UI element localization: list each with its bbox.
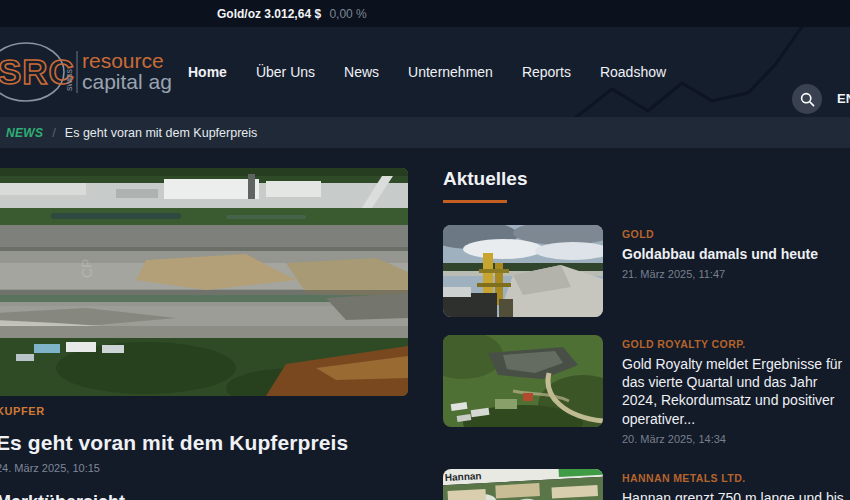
article-section-heading: Marktübersicht <box>0 492 408 500</box>
news-thumbnail-map: Hannan <box>443 469 603 500</box>
breadcrumb: NEWS / Es geht voran mit dem Kupferpreis <box>0 117 850 148</box>
news-category[interactable]: HANNAN METALS LTD. <box>622 472 850 484</box>
breadcrumb-section-link[interactable]: NEWS <box>6 126 43 140</box>
svg-text:CP: CP <box>79 259 95 278</box>
ticker-change: 0,00 % <box>329 7 366 21</box>
nav-item-reports[interactable]: Reports <box>522 64 571 80</box>
ticker-label: Gold/oz <box>217 7 261 21</box>
main-article: CP KUPFER Es geht voran mit dem Kupferpr… <box>0 168 408 500</box>
logo-line1: resource <box>82 49 164 72</box>
gold-price-ticker: Gold/oz 3.012,64 $ 0,00 % <box>217 7 367 21</box>
news-text: GOLD Goldabbau damals und heute 21. März… <box>622 225 850 317</box>
nav-item-unternehmen[interactable]: Unternehmen <box>408 64 493 80</box>
news-thumbnail-aerial-forest <box>443 335 603 427</box>
news-category[interactable]: GOLD ROYALTY CORP. <box>622 338 850 350</box>
company-logo[interactable]: SRC swiss resource capital ag <box>0 35 176 109</box>
news-sidebar: Aktuelles <box>443 168 850 500</box>
nav-item-home[interactable]: Home <box>188 64 227 80</box>
nav-item-roadshow[interactable]: Roadshow <box>600 64 666 80</box>
logo-vertical-text: swiss <box>64 69 74 91</box>
news-list-item[interactable]: Hannan HANNAN METALS LTD. Hannan gre <box>443 469 850 500</box>
news-category[interactable]: GOLD <box>622 228 850 240</box>
sidebar-heading: Aktuelles <box>443 168 850 190</box>
news-title[interactable]: Goldabbau damals und heute <box>622 245 850 263</box>
nav-item-news[interactable]: News <box>344 64 379 80</box>
site-header: SRC swiss resource capital ag Home Über … <box>0 27 850 117</box>
main-nav: Home Über Uns News Unternehmen Reports R… <box>188 27 666 117</box>
svg-text:Hannan: Hannan <box>445 470 482 483</box>
news-title[interactable]: Hannan grenzt 750 m lange und bis zu 192… <box>622 489 850 500</box>
news-list-item[interactable]: GOLD ROYALTY CORP. Gold Royalty meldet E… <box>443 335 850 445</box>
news-date: 21. März 2025, 11:47 <box>622 268 850 280</box>
article-category[interactable]: KUPFER <box>0 405 408 417</box>
news-title[interactable]: Gold Royalty meldet Ergebnisse für das v… <box>622 355 850 428</box>
news-thumbnail-gold-mine <box>443 225 603 317</box>
search-icon <box>800 92 815 107</box>
ticker-price: 3.012,64 $ <box>264 7 321 21</box>
news-text: HANNAN METALS LTD. Hannan grenzt 750 m l… <box>622 469 850 500</box>
article-hero-image: CP <box>0 168 408 396</box>
article-title: Es geht voran mit dem Kupferpreis <box>0 431 408 455</box>
breadcrumb-current: Es geht voran mit dem Kupferpreis <box>65 126 257 140</box>
sidebar-heading-underline <box>443 200 507 203</box>
news-list-item[interactable]: GOLD Goldabbau damals und heute 21. März… <box>443 225 850 317</box>
nav-item-ueber-uns[interactable]: Über Uns <box>256 64 315 80</box>
language-switch[interactable]: EN <box>837 91 850 106</box>
breadcrumb-separator: / <box>52 125 56 140</box>
article-date: 24. März 2025, 10:15 <box>0 462 408 474</box>
news-date: 20. März 2025, 14:34 <box>622 433 850 445</box>
search-button[interactable] <box>792 84 822 114</box>
ticker-bar: Gold/oz 3.012,64 $ 0,00 % <box>0 0 850 27</box>
news-text: GOLD ROYALTY CORP. Gold Royalty meldet E… <box>622 335 850 445</box>
logo-line2: capital ag <box>82 70 172 93</box>
